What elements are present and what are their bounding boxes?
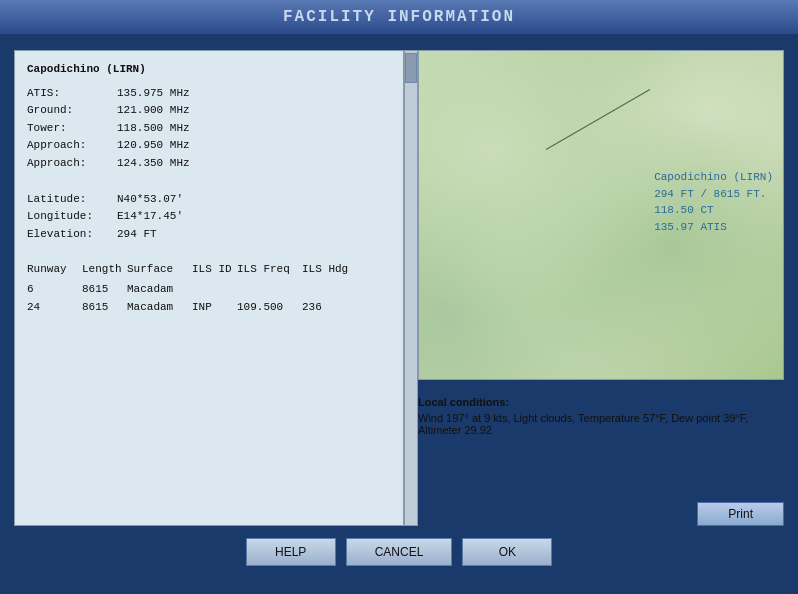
rwy-6-length: 8615 bbox=[82, 281, 127, 299]
ok-button[interactable]: OK bbox=[462, 538, 552, 566]
freq-row-tower: Tower: 118.500 MHz bbox=[27, 120, 391, 138]
rwy-col-length: Length bbox=[82, 261, 127, 279]
coord-row-elev: Elevation: 294 FT bbox=[27, 226, 391, 244]
rwy-6-ilshdg bbox=[302, 281, 347, 299]
freq-value-approach2: 124.350 MHz bbox=[117, 155, 190, 173]
rwy-col-runway: Runway bbox=[27, 261, 82, 279]
right-panel: Capodichino (LIRN) 294 FT / 8615 FT. 118… bbox=[418, 50, 784, 526]
freq-label-approach1: Approach: bbox=[27, 137, 117, 155]
rwy-col-ilsid: ILS ID bbox=[192, 261, 237, 279]
rwy-24-num: 24 bbox=[27, 299, 82, 317]
bottom-bar: HELP CANCEL OK bbox=[0, 526, 798, 576]
print-button[interactable]: Print bbox=[697, 502, 784, 526]
rwy-col-ilshdg: ILS Hdg bbox=[302, 261, 348, 279]
coord-row-lat: Latitude: N40*53.07' bbox=[27, 191, 391, 209]
freq-row-approach2: Approach: 124.350 MHz bbox=[27, 155, 391, 173]
rwy-24-ilshdg: 236 bbox=[302, 299, 347, 317]
rwy-6-ilsfreq bbox=[237, 281, 302, 299]
rwy-24-ilsfreq: 109.500 bbox=[237, 299, 302, 317]
runway-row-6: 6 8615 Macadam bbox=[27, 281, 391, 299]
title-bar: FACILITY INFORMATION bbox=[0, 0, 798, 36]
dialog-title: FACILITY INFORMATION bbox=[283, 8, 515, 26]
runway-row-24: 24 8615 Macadam INP 109.500 236 bbox=[27, 299, 391, 317]
coord-value-elev: 294 FT bbox=[117, 226, 157, 244]
freq-row-approach1: Approach: 120.950 MHz bbox=[27, 137, 391, 155]
frequencies-table: ATIS: 135.975 MHz Ground: 121.900 MHz To… bbox=[27, 85, 391, 173]
freq-value-approach1: 120.950 MHz bbox=[117, 137, 190, 155]
facility-info-panel: Capodichino (LIRN) ATIS: 135.975 MHz Gro… bbox=[14, 50, 404, 526]
coord-label-lat: Latitude: bbox=[27, 191, 117, 209]
rwy-6-ilsid bbox=[192, 281, 237, 299]
freq-label-approach2: Approach: bbox=[27, 155, 117, 173]
rwy-24-length: 8615 bbox=[82, 299, 127, 317]
map-label: Capodichino (LIRN) 294 FT / 8615 FT. 118… bbox=[654, 169, 773, 235]
rwy-6-surface: Macadam bbox=[127, 281, 192, 299]
freq-label-tower: Tower: bbox=[27, 120, 117, 138]
freq-label-ground: Ground: bbox=[27, 102, 117, 120]
map-container: Capodichino (LIRN) 294 FT / 8615 FT. 118… bbox=[418, 50, 784, 380]
coord-value-lat: N40*53.07' bbox=[117, 191, 183, 209]
map-label-line3: 118.50 CT bbox=[654, 202, 773, 219]
freq-value-tower: 118.500 MHz bbox=[117, 120, 190, 138]
cancel-button[interactable]: CANCEL bbox=[346, 538, 453, 566]
map-label-line4: 135.97 ATIS bbox=[654, 219, 773, 236]
local-conditions-title: Local conditions: bbox=[418, 396, 784, 408]
coord-row-lon: Longitude: E14*17.45' bbox=[27, 208, 391, 226]
rwy-col-surface: Surface bbox=[127, 261, 192, 279]
freq-value-atis: 135.975 MHz bbox=[117, 85, 190, 103]
print-row: Print bbox=[418, 502, 784, 526]
freq-label-atis: ATIS: bbox=[27, 85, 117, 103]
scrollbar-thumb[interactable] bbox=[405, 53, 417, 83]
left-scrollbar[interactable] bbox=[404, 50, 418, 526]
local-conditions: Local conditions: Wind 197° at 9 kts, Li… bbox=[418, 390, 784, 488]
local-conditions-text: Wind 197° at 9 kts, Light clouds, Temper… bbox=[418, 412, 784, 436]
coord-value-lon: E14*17.45' bbox=[117, 208, 183, 226]
rwy-24-surface: Macadam bbox=[127, 299, 192, 317]
rwy-24-ilsid: INP bbox=[192, 299, 237, 317]
runway-table: Runway Length Surface ILS ID ILS Freq IL… bbox=[27, 261, 391, 316]
freq-value-ground: 121.900 MHz bbox=[117, 102, 190, 120]
facility-name: Capodichino (LIRN) bbox=[27, 61, 391, 79]
left-panel-wrapper: Capodichino (LIRN) ATIS: 135.975 MHz Gro… bbox=[14, 50, 404, 526]
rwy-6-num: 6 bbox=[27, 281, 82, 299]
rwy-col-ilsfreq: ILS Freq bbox=[237, 261, 302, 279]
map-label-line1: Capodichino (LIRN) bbox=[654, 169, 773, 186]
freq-row-ground: Ground: 121.900 MHz bbox=[27, 102, 391, 120]
map-label-line2: 294 FT / 8615 FT. bbox=[654, 186, 773, 203]
freq-row-atis: ATIS: 135.975 MHz bbox=[27, 85, 391, 103]
runway-header-row: Runway Length Surface ILS ID ILS Freq IL… bbox=[27, 261, 391, 279]
coord-label-elev: Elevation: bbox=[27, 226, 117, 244]
coord-label-lon: Longitude: bbox=[27, 208, 117, 226]
coords-table: Latitude: N40*53.07' Longitude: E14*17.4… bbox=[27, 191, 391, 244]
help-button[interactable]: HELP bbox=[246, 538, 336, 566]
